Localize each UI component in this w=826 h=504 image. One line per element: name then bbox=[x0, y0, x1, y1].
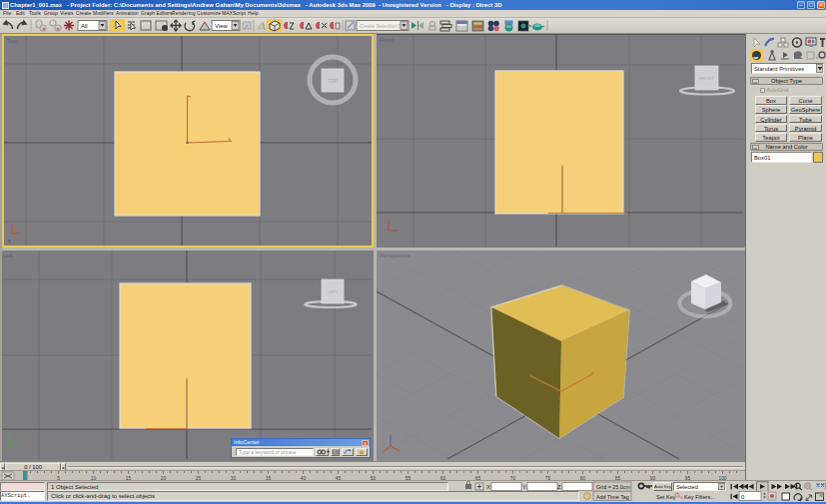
svg-text:Top: Top bbox=[7, 38, 17, 44]
svg-text:Add Time Tag: Add Time Tag bbox=[596, 494, 629, 500]
svg-text:TOP: TOP bbox=[328, 79, 337, 84]
svg-text:Set Key: Set Key bbox=[656, 494, 676, 500]
svg-text:FRONT: FRONT bbox=[700, 76, 714, 81]
svg-text:LEFT: LEFT bbox=[328, 289, 338, 294]
svg-text:Front: Front bbox=[380, 37, 394, 43]
svg-text:All: All bbox=[81, 23, 88, 29]
svg-text:Grid = 25.0cm: Grid = 25.0cm bbox=[596, 484, 631, 490]
svg-text:Left: Left bbox=[3, 252, 13, 258]
svg-text:Key Filters...: Key Filters... bbox=[684, 494, 716, 500]
svg-text:Perspective: Perspective bbox=[380, 252, 412, 258]
svg-text:Create Selection Set: Create Selection Set bbox=[360, 23, 406, 29]
svg-text:x: x bbox=[8, 238, 11, 244]
svg-text:View: View bbox=[215, 23, 229, 29]
